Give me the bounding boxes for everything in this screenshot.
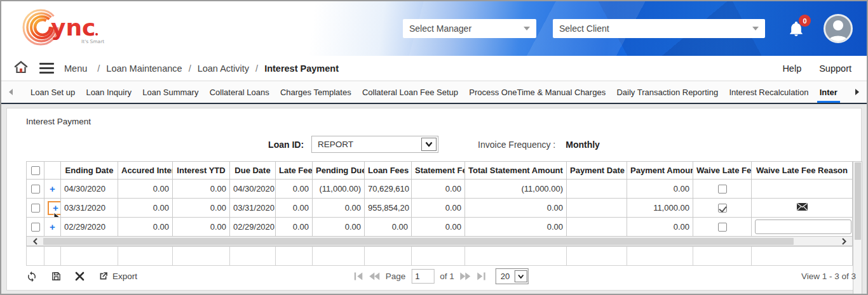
breadcrumb-separator: / [255, 63, 258, 74]
row-select-checkbox[interactable] [31, 204, 40, 213]
first-page-button[interactable] [354, 272, 363, 280]
row-select-checkbox[interactable] [31, 223, 40, 232]
last-page-button[interactable] [477, 272, 486, 280]
mouse-cursor-icon [53, 212, 61, 218]
loan-id-select[interactable]: REPORT [311, 136, 438, 153]
waive-late-fee-checkbox[interactable] [718, 204, 727, 213]
tabs-scroll-left-button[interactable] [6, 89, 15, 95]
scrollbar-thumb[interactable] [43, 238, 794, 245]
next-page-button[interactable] [460, 272, 471, 280]
breadcrumb-item[interactable]: Loan Maintenance [106, 63, 182, 74]
envelope-icon[interactable] [797, 203, 808, 211]
tab-charges-templates[interactable]: Charges Templates [279, 81, 353, 103]
cell-due-date: 02/29/2020 [230, 218, 276, 237]
table-row: +02/29/20200.000.0002/29/20200.000.000.0… [27, 218, 853, 237]
chevron-right-icon [842, 238, 846, 245]
select-manager-dropdown[interactable]: Select Manager [403, 19, 536, 38]
save-icon [51, 271, 62, 282]
support-link[interactable]: Support [819, 63, 851, 74]
column-header-due-date[interactable]: Due Date [230, 162, 276, 180]
cell-loan-fees: 955,854,20 [365, 199, 412, 218]
tab-loan-inquiry[interactable]: Loan Inquiry [85, 81, 133, 103]
tab-inter[interactable]: Inter [818, 81, 839, 103]
scrollbar-thumb[interactable] [855, 162, 861, 240]
select-all-checkbox[interactable] [31, 166, 40, 175]
user-avatar[interactable] [824, 14, 853, 43]
tab-loan-summary[interactable]: Loan Summary [141, 81, 200, 103]
column-header-waive-late-fee[interactable]: Waive Late Fee [693, 162, 752, 180]
cell-pending-due: 0.00 [313, 218, 365, 237]
loan-id-label: Loan ID: [268, 140, 304, 150]
scroll-left-button[interactable] [27, 237, 43, 246]
page-number-input[interactable] [411, 269, 434, 284]
column-header-statement-fee[interactable]: Statement Fee [412, 162, 465, 180]
horizontal-scrollbar[interactable] [26, 237, 853, 246]
cell-payment-amount: 11,000.00 [627, 199, 693, 218]
table-row: +03/31/20200.000.0003/31/20200.000.00955… [27, 199, 853, 218]
select-client-dropdown[interactable]: Select Client [553, 19, 765, 38]
cell-due-date: 04/30/2020 [230, 180, 276, 199]
save-button[interactable] [51, 271, 62, 282]
home-button[interactable] [14, 61, 28, 75]
export-button[interactable]: Export [98, 271, 137, 282]
cell-pending-due: (11,000.00) [313, 180, 365, 199]
grid-footer: Export Page of 1 [26, 266, 856, 287]
waive-late-fee-checkbox[interactable] [718, 223, 727, 232]
breadcrumb-item[interactable]: Interest Payment [264, 63, 339, 74]
expand-row-button[interactable]: + [50, 221, 55, 232]
cell-loan-fees: 70,629,610 [365, 180, 412, 199]
cell-ending-date: 03/31/2020 [61, 199, 118, 218]
tab-list: Loan Set upLoan InquiryLoan SummaryColla… [15, 81, 853, 103]
column-header-total-statement-amount[interactable]: Total Statement Amount [465, 162, 567, 180]
scroll-right-button[interactable] [836, 237, 852, 246]
column-header-pending-due[interactable]: Pending Due [313, 162, 365, 180]
cell-ending-date: 02/29/2020 [61, 218, 118, 237]
refresh-button[interactable] [26, 271, 37, 282]
page-size-select[interactable]: 20 [496, 268, 528, 284]
cync-logo[interactable]: ync It's Smart [18, 6, 119, 51]
logo-tagline: It's Smart [81, 39, 104, 44]
tab-interest-recalculation[interactable]: Interest Recalculation [728, 81, 810, 103]
expand-row-button[interactable]: + [50, 183, 55, 194]
column-header-waive-late-fee-reason[interactable]: Waive Late Fee Reason [752, 162, 853, 180]
cell-interest-ytd: 0.00 [173, 199, 230, 218]
tab-collateral-loans[interactable]: Collateral Loans [208, 81, 271, 103]
cell-statement-fee: 0.00 [412, 180, 465, 199]
cell-late-fee: 0.00 [276, 218, 313, 237]
tab-daily-transaction-reporting[interactable]: Daily Transaction Reporting [615, 81, 719, 103]
select-client-label: Select Client [559, 23, 609, 34]
hamburger-menu-button[interactable] [39, 60, 54, 76]
column-header-payment-date[interactable]: Payment Date [567, 162, 627, 180]
cell-late-fee: 0.00 [276, 180, 313, 199]
column-header-loan-fees[interactable]: Loan Fees [365, 162, 412, 180]
previous-page-button[interactable] [369, 272, 380, 280]
dropdown-caret-icon [514, 270, 527, 282]
notifications-button[interactable]: 0 [788, 20, 804, 37]
waive-late-fee-reason-input[interactable] [755, 220, 851, 234]
cell-statement-fee: 0.00 [412, 199, 465, 218]
cell-interest-ytd: 0.00 [173, 218, 230, 237]
notification-count-badge: 0 [799, 15, 811, 27]
column-header-interest-ytd[interactable]: Interest YTD [173, 162, 230, 180]
tabs-scroll-right-button[interactable] [853, 89, 862, 95]
dropdown-caret-icon[interactable] [421, 138, 437, 151]
column-header-late-fee[interactable]: Late Fee [276, 162, 313, 180]
breadcrumb-item[interactable]: Loan Activity [198, 63, 249, 74]
home-icon [14, 61, 28, 74]
cell-late-fee: 0.00 [276, 199, 313, 218]
column-header-accured-interest[interactable]: Accured Interest [118, 162, 173, 180]
column-header-ending-date[interactable]: Ending Date [61, 162, 118, 180]
waive-late-fee-checkbox[interactable] [718, 185, 727, 193]
expander-column-header [44, 162, 61, 180]
breadcrumb-menu[interactable]: Menu [64, 63, 87, 74]
cancel-button[interactable] [75, 272, 85, 281]
tab-process-onetime-manual-charges[interactable]: Process OneTime & Manual Charges [468, 81, 607, 103]
export-label: Export [112, 272, 137, 281]
help-link[interactable]: Help [782, 63, 801, 74]
svg-text:ync: ync [51, 15, 95, 41]
tab-collateral-loan-fee-setup[interactable]: Collateral Loan Fee Setup [361, 81, 459, 103]
module-tabbar: Loan Set upLoan InquiryLoan SummaryColla… [1, 81, 867, 104]
column-header-payment-amount[interactable]: Payment Amount [627, 162, 693, 180]
tab-loan-set-up[interactable]: Loan Set up [29, 81, 76, 103]
row-select-checkbox[interactable] [31, 185, 40, 193]
